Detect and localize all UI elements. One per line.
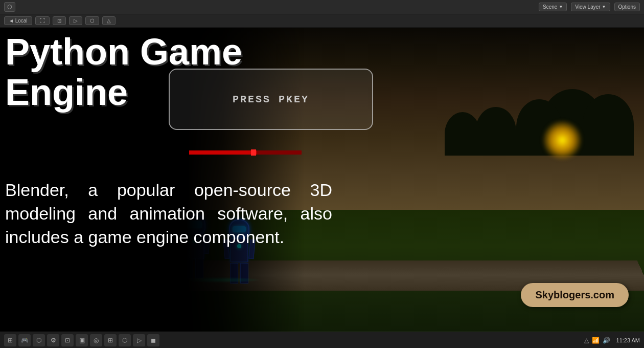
view-layer-selector[interactable]: View Layer ▼ <box>571 3 610 11</box>
description-text: Blender, a popular open-source 3D modeli… <box>5 179 332 249</box>
volume-icon: 🔊 <box>603 337 610 344</box>
taskbar-icon-9[interactable]: ⬡ <box>119 334 131 346</box>
view-layer-label: View Layer <box>575 4 600 10</box>
toolbar-icon-3[interactable]: ▷ <box>69 16 82 25</box>
toolbar-icon-2[interactable]: ⊡ <box>53 16 66 25</box>
skyblogers-badge: Skyblogers.com <box>521 283 629 307</box>
taskbar-icon-7[interactable]: ◎ <box>90 334 102 346</box>
robot-legs-left <box>185 258 203 278</box>
taskbar-icon-8[interactable]: ⊞ <box>104 334 117 346</box>
yellow-light <box>542 120 583 161</box>
network-icon: △ <box>584 337 589 344</box>
options-btn[interactable]: Options <box>614 3 640 11</box>
page-title: Python Game Engine <box>5 32 256 113</box>
taskbar-right: △ 📶 🔊 11:23 AM <box>584 337 640 344</box>
robot-leg-left-1 <box>185 258 193 278</box>
taskbar-icon-2[interactable]: 🎮 <box>18 334 31 346</box>
taskbar-icon-11[interactable]: ◼ <box>147 334 159 346</box>
health-bar-fill <box>189 150 257 155</box>
main-content: PRESS PKEY <box>0 28 644 332</box>
scene-label: Scene <box>543 4 557 10</box>
glow-feet <box>174 277 261 283</box>
local-label: ◄ Local <box>9 18 28 24</box>
toolbar-icon-4[interactable]: ⬡ <box>85 16 99 25</box>
scene-selector[interactable]: Scene ▼ <box>539 3 567 11</box>
robot-leg-left-2 <box>195 258 203 278</box>
taskbar-icon-10[interactable]: ▷ <box>133 334 145 346</box>
blender-icon: ⬡ <box>4 2 15 12</box>
tree-5 <box>445 112 480 156</box>
tree-group <box>388 53 644 156</box>
taskbar: ⊞ 🎮 ⬡ ⚙ ⊡ ▣ ◎ ⊞ ⬡ ▷ ◼ △ 📶 🔊 11:23 AM <box>0 332 644 348</box>
tree-3 <box>583 94 634 156</box>
scene-arrow-icon: ▼ <box>559 5 563 9</box>
taskbar-icon-3[interactable]: ⬡ <box>33 334 45 346</box>
health-bar-container <box>189 150 302 155</box>
taskbar-sys-icons: △ 📶 🔊 <box>584 337 610 344</box>
skyblogers-label: Skyblogers.com <box>535 289 614 300</box>
taskbar-icon-5[interactable]: ⊡ <box>61 334 74 346</box>
taskbar-icon-6[interactable]: ▣ <box>76 334 88 346</box>
taskbar-icon-1[interactable]: ⊞ <box>4 334 16 346</box>
options-label: Options <box>618 4 636 10</box>
toolbar-icon-1[interactable]: ⛶ <box>35 16 50 25</box>
wifi-icon: 📶 <box>592 337 600 344</box>
blender-top-bar: ⬡ Scene ▼ View Layer ▼ Options <box>0 0 644 14</box>
tree-4 <box>475 107 516 156</box>
local-btn[interactable]: ◄ Local <box>4 16 32 25</box>
view-layer-arrow-icon: ▼ <box>602 5 606 9</box>
taskbar-icon-4[interactable]: ⚙ <box>47 334 59 346</box>
taskbar-icons: ⊞ 🎮 ⬡ ⚙ ⊡ ▣ ◎ ⊞ ⬡ ▷ ◼ <box>4 334 159 346</box>
health-bar-marker <box>251 149 256 156</box>
blender-toolbar: ◄ Local ⛶ ⊡ ▷ ⬡ △ <box>0 14 644 28</box>
top-bar-left: ⬡ <box>4 2 15 12</box>
taskbar-time: 11:23 AM <box>616 337 640 343</box>
toolbar-icon-5[interactable]: △ <box>102 16 116 25</box>
